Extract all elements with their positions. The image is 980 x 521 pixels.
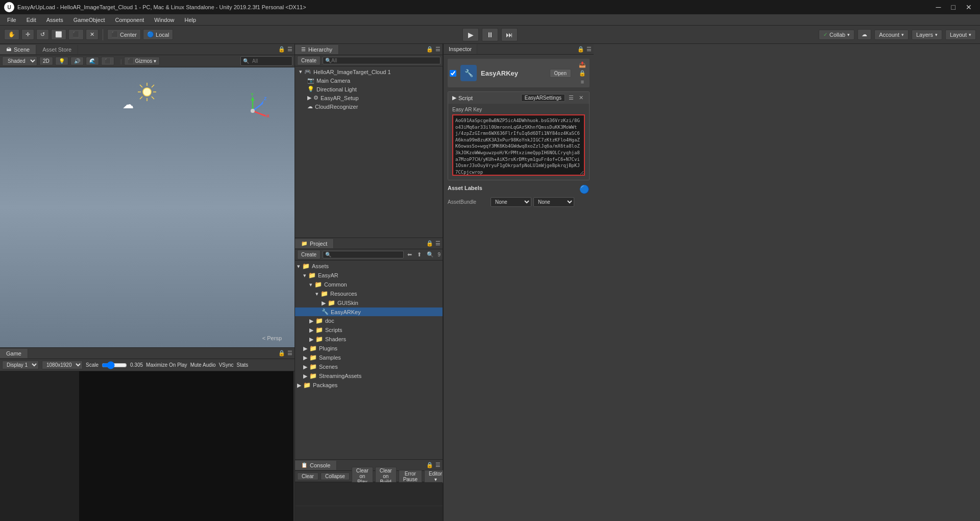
shading-dropdown[interactable]: Shaded [2, 56, 37, 66]
console-menu-icon[interactable]: ☰ [435, 462, 440, 468]
local-button[interactable]: 🔵 Local [143, 29, 173, 40]
account-button[interactable]: Account [874, 30, 909, 40]
gizmos-button[interactable]: ⬛ Gizmos ▾ [124, 57, 160, 65]
resolution-select[interactable]: 1080x1920 [42, 361, 83, 369]
mute-audio[interactable]: Mute Audio [190, 362, 216, 368]
scene-lock-icon[interactable]: 🔒 [278, 46, 285, 53]
easy-ar-key-textarea[interactable] [452, 114, 585, 176]
menu-gameobject[interactable]: GameObject [68, 16, 110, 24]
project-folder-assets[interactable]: ▾ 📁 Assets [295, 262, 443, 271]
tool-scale[interactable]: ⬜ [51, 29, 66, 40]
collapse-button[interactable]: Collapse [321, 472, 350, 480]
mode-2d-button[interactable]: 2D [39, 57, 53, 65]
inspector-icon-1[interactable]: 📤 [577, 61, 587, 68]
menu-window[interactable]: Window [149, 16, 179, 24]
project-folder-easyar[interactable]: ▾ 📁 EasyAR [295, 271, 443, 280]
hierarchy-item-directional-light[interactable]: 💡 Directional Light [295, 85, 443, 93]
scene-tab[interactable]: 🏔 Scene [0, 45, 36, 54]
project-folder-common[interactable]: ▾ 📁 Common [295, 280, 443, 289]
game-tab[interactable]: Game [0, 349, 28, 358]
game-lock-icon[interactable]: 🔒 [278, 350, 285, 357]
hierarchy-item-easyar-setup[interactable]: ▶ ⚙ EasyAR_Setup [295, 93, 443, 102]
inspector-icon-3[interactable]: ≡ [577, 78, 587, 85]
stats[interactable]: Stats [237, 362, 249, 368]
project-folder-scripts[interactable]: ▶ 📁 Scripts [295, 325, 443, 335]
inspector-menu-icon[interactable]: ☰ [586, 46, 592, 53]
vsync[interactable]: VSync [219, 362, 234, 368]
project-icon-1[interactable]: ⬅ [406, 251, 413, 258]
script-close-btn[interactable]: ✕ [577, 94, 585, 102]
minimize-button[interactable]: ─ [932, 2, 945, 12]
layout-button[interactable]: Layout [945, 30, 976, 40]
audio-button[interactable]: 🔊 [70, 57, 84, 65]
hierarchy-root[interactable]: ▾ 🎮 HelloAR_ImageTarget_Cloud 1 [295, 67, 443, 76]
hierarchy-menu-icon[interactable]: ☰ [435, 46, 440, 53]
error-pause-button[interactable]: Error Pause [399, 470, 422, 483]
tool-transform[interactable]: ✕ [86, 29, 99, 40]
play-button[interactable]: ▶ [462, 28, 479, 41]
project-folder-samples[interactable]: ▶ 📁 Samples [295, 353, 443, 362]
center-button[interactable]: ⬛ Center [107, 29, 141, 40]
inspector-lock-icon[interactable]: 🔒 [577, 46, 584, 53]
menu-assets[interactable]: Assets [41, 16, 68, 24]
hierarchy-lock-icon[interactable]: 🔒 [426, 46, 433, 53]
menu-edit[interactable]: Edit [21, 16, 41, 24]
project-folder-plugins[interactable]: ▶ 📁 Plugins [295, 344, 443, 353]
layers-button[interactable]: Layers [912, 30, 942, 40]
effects-button[interactable]: 🌊 [86, 57, 99, 65]
cloud-button[interactable]: ☁ [857, 29, 871, 40]
project-folder-packages[interactable]: ▶ 📁 Packages [295, 381, 443, 390]
project-tab[interactable]: 📁 Project [295, 239, 334, 248]
hierarchy-create-btn[interactable]: Create [297, 56, 321, 65]
scene-search-input[interactable] [249, 57, 290, 65]
tool-rotate[interactable]: ↺ [36, 29, 49, 40]
script-menu-btn[interactable]: ☰ [567, 94, 575, 102]
project-icon-3[interactable]: 🔍 [425, 251, 435, 258]
project-icon-2[interactable]: ⬆ [415, 251, 423, 258]
console-tab[interactable]: 📋 Console [295, 461, 337, 470]
step-button[interactable]: ⏭ [501, 28, 518, 41]
project-lock-icon[interactable]: 🔒 [426, 240, 433, 247]
inspector-icon-2[interactable]: 🔒 [577, 69, 587, 77]
menu-help[interactable]: Help [179, 16, 201, 24]
asset-labels-icon[interactable]: 🔵 [579, 184, 590, 194]
menu-file[interactable]: File [2, 16, 21, 24]
project-folder-streaming[interactable]: ▶ 📁 StreamingAssets [295, 371, 443, 381]
lighting-button[interactable]: 💡 [55, 57, 68, 65]
display-select[interactable]: Display 1 [2, 361, 39, 369]
project-folder-doc[interactable]: ▶ 📁 doc [295, 316, 443, 325]
project-folder-shaders[interactable]: ▶ 📁 Shaders [295, 335, 443, 344]
nav-button[interactable]: ⬛ [101, 57, 114, 65]
tool-rect[interactable]: ⬛ [68, 29, 84, 40]
script-section-header[interactable]: ▶ Script EasyARSettings ☰ ✕ [448, 92, 589, 104]
tool-move[interactable]: ✛ [21, 29, 34, 40]
asset-bundle-select[interactable]: None [491, 197, 531, 207]
project-menu-icon[interactable]: ☰ [435, 240, 440, 247]
asset-store-tab[interactable]: Asset Store [36, 45, 78, 54]
tool-hand[interactable]: ✋ [4, 29, 19, 40]
project-file-easyarkey[interactable]: 🔧 EasyARKey [295, 307, 443, 316]
hierarchy-item-cloud-recognizer[interactable]: ☁ CloudRecognizer [295, 102, 443, 111]
hierarchy-tab[interactable]: ☰ Hierarchy [295, 45, 339, 54]
scale-slider[interactable] [102, 361, 127, 369]
pause-button[interactable]: ⏸ [482, 28, 498, 41]
hierarchy-search-input[interactable] [331, 58, 438, 63]
project-folder-guiskin[interactable]: ▶ 📁 GUISkin [295, 298, 443, 307]
scene-menu-icon[interactable]: ☰ [287, 46, 292, 53]
hierarchy-item-main-camera[interactable]: 📷 Main Camera [295, 76, 443, 85]
maximize-on-play[interactable]: Maximize On Play [146, 362, 187, 368]
project-folder-resources[interactable]: ▾ 📁 Resources [295, 289, 443, 298]
menu-component[interactable]: Component [110, 16, 149, 24]
project-search-input[interactable] [331, 252, 401, 257]
open-button[interactable]: Open [550, 69, 571, 78]
project-create-btn[interactable]: Create [297, 250, 321, 259]
game-view[interactable] [0, 371, 295, 521]
close-button[interactable]: ✕ [962, 2, 976, 12]
scene-view[interactable]: ☁ Z X [0, 67, 295, 347]
object-active-checkbox[interactable] [450, 70, 456, 77]
clear-button[interactable]: Clear [297, 472, 318, 480]
inspector-tab[interactable]: Inspector [444, 44, 477, 54]
console-lock-icon[interactable]: 🔒 [426, 462, 433, 468]
project-folder-scenes[interactable]: ▶ 📁 Scenes [295, 362, 443, 371]
asset-variant-select[interactable]: None [533, 197, 574, 207]
